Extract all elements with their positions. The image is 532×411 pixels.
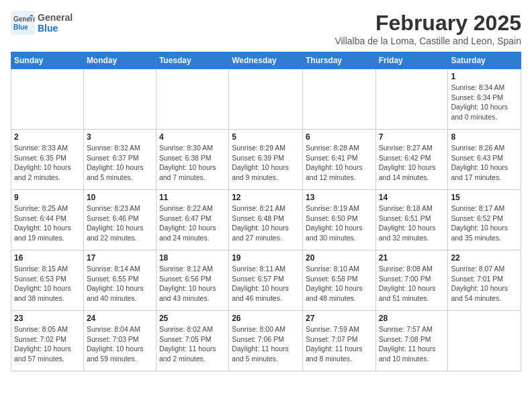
calendar-cell: 5Sunrise: 8:29 AM Sunset: 6:39 PM Daylig… [229, 130, 303, 190]
calendar-cell: 28Sunrise: 7:57 AM Sunset: 7:08 PM Dayli… [375, 311, 448, 371]
day-info: Sunrise: 8:34 AM Sunset: 6:34 PM Dayligh… [451, 83, 518, 122]
weekday-header-monday: Monday [83, 52, 156, 69]
day-number: 5 [232, 132, 300, 142]
calendar-cell: 8Sunrise: 8:26 AM Sunset: 6:43 PM Daylig… [448, 130, 521, 190]
calendar-week-4: 16Sunrise: 8:15 AM Sunset: 6:53 PM Dayli… [11, 250, 521, 311]
calendar-cell [229, 69, 303, 130]
day-number: 26 [232, 314, 300, 323]
day-number: 11 [159, 193, 226, 202]
day-info: Sunrise: 8:12 AM Sunset: 6:56 PM Dayligh… [159, 264, 226, 304]
calendar-cell: 3Sunrise: 8:32 AM Sunset: 6:37 PM Daylig… [83, 130, 156, 190]
day-info: Sunrise: 7:59 AM Sunset: 7:07 PM Dayligh… [306, 324, 373, 364]
day-info: Sunrise: 8:11 AM Sunset: 6:57 PM Dayligh… [232, 264, 300, 304]
day-info: Sunrise: 8:15 AM Sunset: 6:53 PM Dayligh… [14, 264, 81, 304]
title-section: February 2025 Villalba de la Loma, Casti… [335, 11, 521, 46]
day-number: 12 [232, 193, 300, 202]
day-number: 19 [232, 253, 300, 263]
day-info: Sunrise: 8:21 AM Sunset: 6:48 PM Dayligh… [232, 203, 300, 243]
day-info: Sunrise: 7:57 AM Sunset: 7:08 PM Dayligh… [379, 324, 445, 364]
day-number: 21 [379, 253, 445, 263]
logo: General Blue General Blue [11, 11, 73, 35]
calendar-cell: 16Sunrise: 8:15 AM Sunset: 6:53 PM Dayli… [11, 250, 84, 311]
day-number: 6 [306, 132, 373, 142]
weekday-header-saturday: Saturday [448, 52, 521, 69]
calendar-cell: 21Sunrise: 8:08 AM Sunset: 7:00 PM Dayli… [375, 250, 448, 311]
day-number: 22 [451, 253, 518, 263]
day-info: Sunrise: 8:17 AM Sunset: 6:52 PM Dayligh… [451, 203, 518, 243]
day-number: 20 [306, 253, 373, 263]
day-number: 16 [14, 253, 81, 263]
day-number: 3 [87, 132, 153, 142]
calendar-cell: 6Sunrise: 8:28 AM Sunset: 6:41 PM Daylig… [302, 130, 375, 190]
day-number: 1 [451, 72, 518, 81]
day-number: 13 [306, 193, 373, 202]
weekday-header-friday: Friday [375, 52, 448, 69]
day-number: 23 [14, 314, 81, 323]
weekday-header-sunday: Sunday [11, 52, 84, 69]
day-number: 27 [306, 314, 373, 323]
day-number: 17 [87, 253, 153, 263]
day-number: 9 [14, 193, 81, 202]
day-number: 15 [451, 193, 518, 202]
location-subtitle: Villalba de la Loma, Castille and Leon, … [335, 36, 521, 46]
calendar-cell: 11Sunrise: 8:22 AM Sunset: 6:47 PM Dayli… [156, 190, 228, 250]
calendar-cell: 15Sunrise: 8:17 AM Sunset: 6:52 PM Dayli… [448, 190, 521, 250]
day-number: 4 [159, 132, 226, 142]
day-number: 8 [451, 132, 518, 142]
calendar-cell: 27Sunrise: 7:59 AM Sunset: 7:07 PM Dayli… [302, 311, 375, 371]
calendar-cell [448, 311, 521, 371]
day-info: Sunrise: 8:28 AM Sunset: 6:41 PM Dayligh… [306, 143, 373, 183]
page-header: General Blue General Blue February 2025 … [11, 11, 521, 46]
calendar-cell: 12Sunrise: 8:21 AM Sunset: 6:48 PM Dayli… [229, 190, 303, 250]
calendar-cell: 24Sunrise: 8:04 AM Sunset: 7:03 PM Dayli… [83, 311, 156, 371]
calendar-cell: 18Sunrise: 8:12 AM Sunset: 6:56 PM Dayli… [156, 250, 228, 311]
logo-general: General [38, 12, 73, 23]
svg-text:General: General [13, 15, 35, 23]
day-number: 2 [14, 132, 81, 142]
calendar-cell [302, 69, 375, 130]
day-info: Sunrise: 8:32 AM Sunset: 6:37 PM Dayligh… [87, 143, 153, 183]
calendar-cell: 14Sunrise: 8:18 AM Sunset: 6:51 PM Dayli… [375, 190, 448, 250]
weekday-header-tuesday: Tuesday [156, 52, 228, 69]
svg-rect-0 [11, 11, 35, 35]
calendar-header-row: SundayMondayTuesdayWednesdayThursdayFrid… [11, 52, 521, 69]
calendar-week-1: 1Sunrise: 8:34 AM Sunset: 6:34 PM Daylig… [11, 69, 521, 130]
calendar-cell: 1Sunrise: 8:34 AM Sunset: 6:34 PM Daylig… [448, 69, 521, 130]
day-info: Sunrise: 8:02 AM Sunset: 7:05 PM Dayligh… [159, 324, 226, 364]
day-info: Sunrise: 8:18 AM Sunset: 6:51 PM Dayligh… [379, 203, 445, 243]
day-number: 7 [379, 132, 445, 142]
day-info: Sunrise: 8:19 AM Sunset: 6:50 PM Dayligh… [306, 203, 373, 243]
day-number: 28 [379, 314, 445, 323]
svg-text:Blue: Blue [13, 24, 28, 31]
calendar-cell [11, 69, 84, 130]
calendar-cell: 26Sunrise: 8:00 AM Sunset: 7:06 PM Dayli… [229, 311, 303, 371]
day-info: Sunrise: 8:00 AM Sunset: 7:06 PM Dayligh… [232, 324, 300, 364]
day-info: Sunrise: 8:22 AM Sunset: 6:47 PM Dayligh… [159, 203, 226, 243]
calendar-table: SundayMondayTuesdayWednesdayThursdayFrid… [11, 52, 521, 371]
calendar-cell: 17Sunrise: 8:14 AM Sunset: 6:55 PM Dayli… [83, 250, 156, 311]
day-number: 18 [159, 253, 226, 263]
calendar-cell: 4Sunrise: 8:30 AM Sunset: 6:38 PM Daylig… [156, 130, 228, 190]
day-number: 14 [379, 193, 445, 202]
day-info: Sunrise: 8:33 AM Sunset: 6:35 PM Dayligh… [14, 143, 81, 183]
day-info: Sunrise: 8:27 AM Sunset: 6:42 PM Dayligh… [379, 143, 445, 183]
day-number: 10 [87, 193, 153, 202]
day-info: Sunrise: 8:30 AM Sunset: 6:38 PM Dayligh… [159, 143, 226, 183]
day-info: Sunrise: 8:10 AM Sunset: 6:58 PM Dayligh… [306, 264, 373, 304]
day-info: Sunrise: 8:14 AM Sunset: 6:55 PM Dayligh… [87, 264, 153, 304]
day-info: Sunrise: 8:25 AM Sunset: 6:44 PM Dayligh… [14, 203, 81, 243]
calendar-cell: 13Sunrise: 8:19 AM Sunset: 6:50 PM Dayli… [302, 190, 375, 250]
calendar-cell: 23Sunrise: 8:05 AM Sunset: 7:02 PM Dayli… [11, 311, 84, 371]
calendar-week-2: 2Sunrise: 8:33 AM Sunset: 6:35 PM Daylig… [11, 130, 521, 190]
logo-icon: General Blue [11, 11, 35, 35]
calendar-cell [83, 69, 156, 130]
day-info: Sunrise: 8:07 AM Sunset: 7:01 PM Dayligh… [451, 264, 518, 304]
logo-blue: Blue [38, 23, 58, 34]
calendar-cell: 20Sunrise: 8:10 AM Sunset: 6:58 PM Dayli… [302, 250, 375, 311]
calendar-cell: 19Sunrise: 8:11 AM Sunset: 6:57 PM Dayli… [229, 250, 303, 311]
day-info: Sunrise: 8:26 AM Sunset: 6:43 PM Dayligh… [451, 143, 518, 183]
day-info: Sunrise: 8:08 AM Sunset: 7:00 PM Dayligh… [379, 264, 445, 304]
day-info: Sunrise: 8:04 AM Sunset: 7:03 PM Dayligh… [87, 324, 153, 364]
day-info: Sunrise: 8:23 AM Sunset: 6:46 PM Dayligh… [87, 203, 153, 243]
logo-text: General Blue [38, 12, 73, 34]
